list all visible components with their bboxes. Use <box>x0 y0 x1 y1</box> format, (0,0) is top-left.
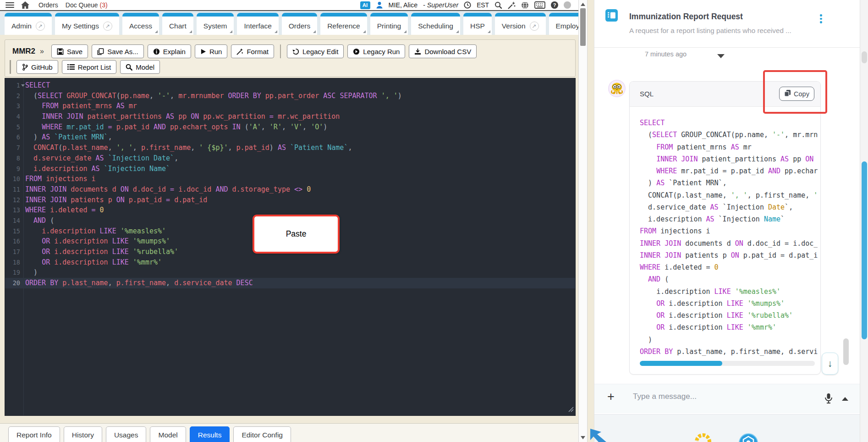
code-line[interactable]: 9 i.description AS `Injection Name` <box>5 164 575 174</box>
globe-icon[interactable] <box>521 1 529 9</box>
generation-progress-bar <box>640 361 815 366</box>
nav-tab-admin[interactable]: Admin↗ <box>5 13 52 35</box>
tab-history[interactable]: History <box>64 426 102 442</box>
code-line[interactable]: 2 (SELECT GROUP_CONCAT(pp.name, '-', mr.… <box>5 91 575 101</box>
code-text: SELECT <box>25 80 50 91</box>
panel-menu-icon[interactable] <box>820 13 822 25</box>
nav-tab-scheduling[interactable]: Scheduling <box>411 13 460 35</box>
search-icon[interactable] <box>494 1 502 9</box>
collapse-composer-icon[interactable] <box>842 397 848 401</box>
code-line[interactable]: 20ORDER BY p.last_name, p.first_name, d.… <box>5 278 575 288</box>
line-number: 8 <box>5 153 20 164</box>
assistant-logo-icon[interactable] <box>738 433 758 442</box>
code-line[interactable]: 3 FROM patient_mrns AS mr <box>5 101 575 111</box>
code-line[interactable]: 11INNER JOIN documents d ON d.doc_id = i… <box>5 184 575 195</box>
code-text: WHERE i.deleted = 0 <box>25 205 104 215</box>
toolbar-button-legacy-edit[interactable]: Legacy Edit <box>287 44 344 58</box>
nav-tab-label: My Settings <box>62 22 99 30</box>
status-dot-icon <box>564 1 571 9</box>
toolbar-button-run[interactable]: Run <box>195 44 228 58</box>
code-line[interactable]: 5 WHERE mr.pat_id = p.pat_id AND pp.echa… <box>5 122 575 133</box>
external-link-icon: ↗ <box>36 22 45 31</box>
nav-tab-label: Printing <box>377 22 401 30</box>
tab-results[interactable]: Results <box>190 426 230 442</box>
user-name[interactable]: MIE, Alice <box>389 1 418 9</box>
nav-tab-access[interactable]: Access <box>122 13 159 35</box>
nav-tab-interface[interactable]: Interface <box>237 13 278 35</box>
panel-icon <box>605 9 618 23</box>
toolbar-button-github[interactable]: GitHub <box>16 60 58 74</box>
code-line[interactable]: 12INNER JOIN patients p ON p.pat_id = d.… <box>5 195 575 205</box>
save-as-icon <box>97 48 104 55</box>
scrollbar-thumb[interactable] <box>580 8 586 46</box>
toolbar-button-legacy-run[interactable]: Legacy Run <box>347 44 405 58</box>
ai-badge[interactable]: AI <box>360 1 370 9</box>
code-line[interactable]: 8 d.service_date AS `Injection Date`, <box>5 153 575 164</box>
message-input[interactable] <box>633 392 812 401</box>
line-number: 6 <box>5 132 20 143</box>
left-pane-scrollbar[interactable] <box>578 0 588 442</box>
code-line[interactable]: 4 INNER JOIN patient_partitions AS pp ON… <box>5 111 575 122</box>
tab-report-info[interactable]: Report Info <box>8 426 60 442</box>
panel-footer <box>594 414 860 442</box>
nav-tab-employer-organizations[interactable]: Employer Organizations↗ <box>549 13 578 35</box>
panel-title: Immunization Report Request <box>629 12 743 22</box>
toolbar-button-label: GitHub <box>31 63 53 71</box>
chat-scrollbar-thumb[interactable] <box>843 338 849 365</box>
toolbar-button-save[interactable]: Save <box>51 44 88 58</box>
line-number: 1 <box>5 80 20 91</box>
scroll-to-bottom-button[interactable]: ↓ <box>822 353 838 375</box>
code-line[interactable]: 7 CONCAT(p.last_name, ', ', p.first_name… <box>5 143 575 153</box>
toolbar-button-report-list[interactable]: Report List <box>62 60 117 74</box>
toolbar-button-download-csv[interactable]: Download CSV <box>409 44 477 58</box>
toolbar-separator <box>10 60 11 74</box>
code-line[interactable]: 10FROM injections i <box>5 174 575 184</box>
copy-button[interactable]: Copy <box>779 87 814 101</box>
wand-icon[interactable] <box>508 1 516 9</box>
scroll-down-icon[interactable] <box>581 436 585 439</box>
breadcrumb-orders[interactable]: Orders <box>38 1 58 9</box>
breadcrumb-doc-queue[interactable]: Doc Queue (3) <box>66 1 108 9</box>
sun-logo-icon[interactable] <box>692 431 714 442</box>
toolbar-button-format[interactable]: Format <box>231 44 274 58</box>
line-number: 2 <box>5 91 20 101</box>
copy-button-label: Copy <box>794 90 809 98</box>
nav-tab-orders[interactable]: Orders <box>282 13 317 35</box>
scrollbar-cap[interactable] <box>862 51 867 63</box>
nav-tab-chart[interactable]: Chart <box>162 13 193 35</box>
nav-tab-my-settings[interactable]: My Settings↗ <box>55 13 119 35</box>
scroll-up-icon[interactable] <box>581 3 585 6</box>
tab-usages[interactable]: Usages <box>106 426 147 442</box>
nav-tab-hsp[interactable]: HSP <box>463 13 492 35</box>
sql-snippet-line: (SELECT GROUP_CONCAT(pp.name, '-', mr.mr… <box>630 129 818 141</box>
report-name-chevron[interactable]: » <box>40 47 44 55</box>
nav-tab-system[interactable]: System <box>197 13 234 35</box>
sql-message-card: SQL Copy SELECT (SELECT GROUP_CONCAT(pp.… <box>629 81 821 375</box>
help-icon[interactable]: ? <box>551 1 558 9</box>
user-icon[interactable] <box>376 1 383 9</box>
code-line[interactable]: 13WHERE i.deleted = 0 <box>5 205 575 215</box>
toolbar-button-explain[interactable]: Explain <box>148 44 191 58</box>
window-scrollbar[interactable] <box>860 0 868 442</box>
code-line[interactable]: 6 ) AS `Patient MRN`, <box>5 132 575 143</box>
toolbar-button-save-as[interactable]: Save As... <box>92 44 144 58</box>
code-line[interactable]: 19 ) <box>5 267 575 278</box>
home-icon[interactable] <box>21 1 29 9</box>
resize-grip[interactable] <box>568 406 574 414</box>
code-line[interactable]: 18 OR i.description LIKE '%mmr%' <box>5 257 575 268</box>
code-line[interactable]: 1SELECT <box>5 80 575 91</box>
nav-tab-printing[interactable]: Printing <box>370 13 408 35</box>
paste-annotation[interactable]: Paste <box>253 215 340 254</box>
microphone-icon[interactable] <box>824 393 833 406</box>
tab-editor-config[interactable]: Editor Config <box>233 426 291 442</box>
window-scrollbar-thumb[interactable] <box>862 161 867 339</box>
add-attachment-button[interactable]: + <box>607 390 615 404</box>
nav-tab-version[interactable]: Version↗ <box>495 13 546 35</box>
menu-icon[interactable] <box>5 1 14 9</box>
tab-model[interactable]: Model <box>150 426 186 442</box>
collapse-message-icon[interactable] <box>717 54 725 58</box>
fold-caret-icon[interactable] <box>21 84 25 87</box>
toolbar-button-model[interactable]: Model <box>120 60 160 74</box>
nav-tab-reference[interactable]: Reference <box>320 13 367 35</box>
keyboard-icon[interactable] <box>534 1 545 9</box>
